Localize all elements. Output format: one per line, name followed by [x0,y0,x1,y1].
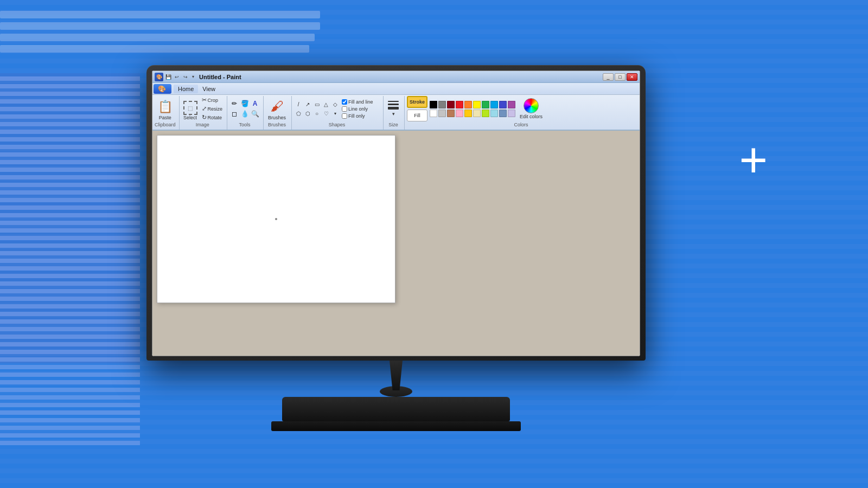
color-lavender[interactable] [508,110,515,117]
resize-button[interactable]: ⤢ Resize [201,105,224,113]
ribbon-size-content: ▾ [386,96,401,121]
paste-icon: 📋 [157,99,173,115]
shape-pentagon[interactable]: ⬠ [294,109,303,118]
paint-app-icon: 🎨 [155,73,163,81]
shapes-label: Shapes [294,122,380,127]
color-pink[interactable] [456,110,463,117]
fill-only-option[interactable]: Fill only [342,113,380,119]
canvas-dot [275,218,277,220]
crop-icon: ✂ [202,97,207,104]
monitor-screen: 🎨 💾 ↩ ↪ ▾ Untitled - Paint _ □ ✕ [152,70,640,356]
ribbon-brushes-content: 🖌 Brushes [266,96,288,121]
text-tool[interactable]: A [250,99,260,108]
stroke-label: Stroke [410,99,425,105]
fill-button[interactable]: Fill [407,110,427,121]
select-button[interactable]: ⬚ Select [182,100,199,121]
eyedropper-tool[interactable]: 💧 [240,109,250,119]
shape-more[interactable]: ▾ [331,109,340,118]
shape-rect[interactable]: ▭ [312,100,321,108]
shape-line[interactable]: / [294,100,303,108]
ribbon-shapes-content: / ↗ ▭ △ ◇ ⬠ ⬡ ○ ♡ ▾ [294,96,380,121]
color-lime[interactable] [482,110,489,117]
color-black[interactable] [430,101,437,108]
monitor-stand [271,361,521,431]
crop-button[interactable]: ✂ Crop [201,96,224,104]
color-cream[interactable] [473,110,481,117]
color-orange[interactable] [464,101,472,108]
color-row-2 [430,110,515,117]
quick-dropdown-icon[interactable]: ▾ [190,73,196,81]
quick-undo-icon[interactable]: ↩ [173,73,181,81]
tools-label: Tools [229,122,260,127]
size-button[interactable]: ▾ [386,99,401,119]
color-yellow[interactable] [473,101,481,108]
shape-heart[interactable]: ♡ [322,109,330,118]
fill-only-label: Fill only [348,113,365,119]
resize-icon: ⤢ [202,105,207,112]
quick-redo-icon[interactable]: ↪ [182,73,189,81]
color-lightblue[interactable] [490,110,498,117]
color-lightgray[interactable] [438,110,446,117]
pencil-tool[interactable]: ✏ [229,99,239,108]
maximize-button[interactable]: □ [615,73,626,81]
fill-only-checkbox[interactable] [342,113,347,119]
minimize-button[interactable]: _ [603,73,614,81]
ribbon-colors-content: Stroke Fill [407,96,635,121]
color-white[interactable] [430,110,437,117]
color-row-1 [430,101,515,108]
color-purple[interactable] [508,101,515,108]
color-gray[interactable] [438,101,446,108]
color-red[interactable] [456,101,463,108]
quick-save-icon[interactable]: 💾 [164,73,172,81]
edit-colors-button[interactable]: Edit colors [518,97,545,121]
bg-top-stripes [0,11,328,73]
canvas-area [152,131,640,356]
fill-label: Fill [414,113,420,118]
color-green[interactable] [482,101,489,108]
color-indigo[interactable] [499,101,507,108]
title-controls: _ □ ✕ [603,73,637,81]
shape-circle[interactable]: ○ [312,109,321,118]
color-gold[interactable] [464,110,472,117]
ribbon-brushes: 🖌 Brushes Brushes [266,96,292,130]
magnify-tool[interactable]: 🔍 [250,109,260,119]
edit-colors-label: Edit colors [520,114,542,120]
menu-view[interactable]: View [198,85,220,93]
plus-icon: + [739,136,765,184]
rotate-button[interactable]: ↻ Rotate [201,113,224,121]
color-brown[interactable] [447,110,455,117]
paste-button[interactable]: 📋 Paste [155,98,175,121]
line-only-option[interactable]: Line only [342,106,380,112]
ribbon-image: ⬚ Select ✂ Crop ⤢ Resize [182,96,228,130]
brushes-button[interactable]: 🖌 Brushes [266,97,288,121]
color-blue[interactable] [490,101,498,108]
line-only-label: Line only [348,106,368,112]
stand-base [282,397,510,421]
shape-arrow[interactable]: ↗ [303,100,312,108]
paste-label: Paste [159,115,171,120]
rotate-label: Rotate [208,115,222,120]
close-button[interactable]: ✕ [627,73,637,81]
ribbon-size: ▾ Size [386,96,405,130]
ribbon-colors: Stroke Fill [407,96,637,130]
menu-home[interactable]: Home [174,85,198,93]
paint-canvas[interactable] [157,135,395,303]
shape-diamond[interactable]: ◇ [331,100,340,108]
eraser-tool[interactable]: ◻ [229,109,239,119]
color-slateblue[interactable] [499,110,507,117]
shape-triangle[interactable]: △ [322,100,330,108]
stand-base-shadow [271,421,521,431]
ribbon-shapes: / ↗ ▭ △ ◇ ⬠ ⬡ ○ ♡ ▾ [294,96,384,130]
line-only-checkbox[interactable] [342,106,347,112]
color-darkred[interactable] [447,101,455,108]
shape-hexagon[interactable]: ⬡ [303,109,312,118]
select-label: Select [183,115,197,120]
fill-and-line-checkbox[interactable] [342,99,347,105]
fill-tool[interactable]: 🪣 [240,99,250,108]
fill-and-line-label: Fill and line [348,99,373,105]
crop-label: Crop [208,98,219,103]
fill-and-line-option[interactable]: Fill and line [342,99,380,105]
paint-menu-button[interactable]: 🎨 [154,84,171,94]
brushes-section-label: Brushes [268,122,286,127]
stroke-button[interactable]: Stroke [407,96,427,108]
